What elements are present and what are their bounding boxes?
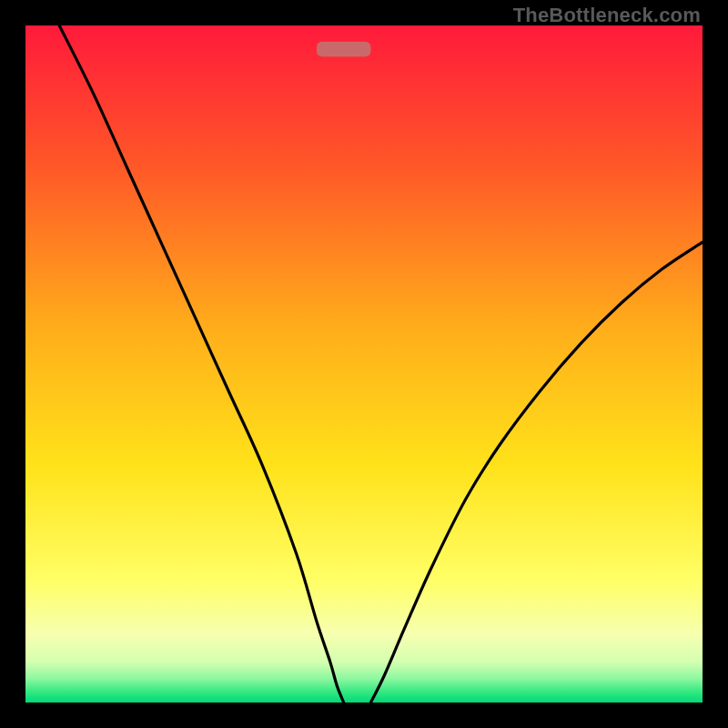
chart-plot-area [25, 25, 703, 703]
chart-frame: TheBottleneck.com [0, 0, 728, 728]
watermark-text: TheBottleneck.com [513, 4, 701, 27]
chart-svg [25, 25, 703, 703]
bottleneck-marker [317, 42, 371, 56]
gradient-background [25, 25, 703, 703]
